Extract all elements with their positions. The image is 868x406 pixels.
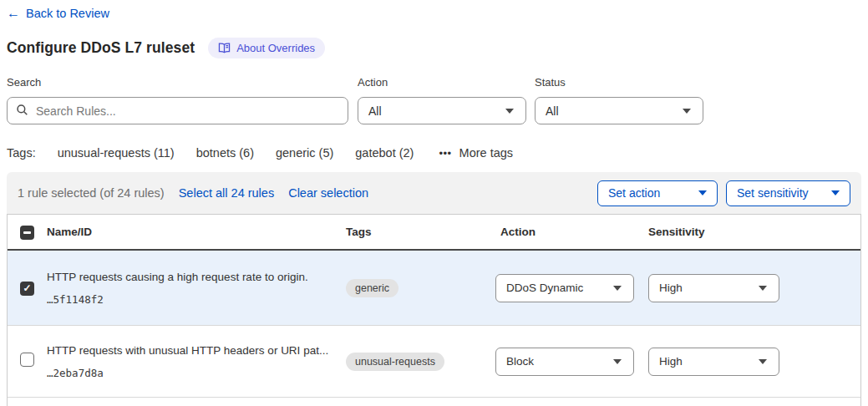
rule-name-cell: HTTP requests causing a high request rat… [47,271,346,306]
row-sensitivity-value: High [659,282,683,294]
page-title: Configure DDoS L7 ruleset [7,39,195,57]
row-checkbox-cell: ✓ [8,280,47,296]
tags-bar: Tags: unusual-requests (11) botnets (6) … [7,146,861,160]
status-filter: Status All [535,76,703,124]
more-tags-label: More tags [459,146,513,160]
set-sensitivity-dropdown[interactable]: Set sensitivity [726,180,850,206]
status-filter-value: All [546,104,559,118]
set-action-dropdown[interactable]: Set action [597,180,718,206]
row-sensitivity-select[interactable]: High [648,348,779,376]
status-filter-label: Status [535,76,703,89]
status-filter-select[interactable]: All [535,97,703,124]
ddos-ruleset-page: ← Back to Review Configure DDoS L7 rules… [0,0,868,406]
about-overrides-button[interactable]: About Overrides [208,38,325,58]
row-action-select[interactable]: DDoS Dynamic [495,274,634,302]
search-input-wrap [7,97,348,124]
table-row-selected: ✓ HTTP requests causing a high request r… [8,251,860,326]
rule-id: …2eba7d8a [47,367,346,379]
rule-tags-cell: unusual-requests [346,353,444,371]
chevron-down-icon [759,286,767,291]
table-row: HTTP requests with unusual HTTP headers … [8,326,860,398]
action-filter: Action All [358,76,526,124]
rules-table: Name/ID Tags Action Sensitivity ✓ HTTP r… [7,214,861,406]
column-header-tags: Tags [346,226,500,238]
search-filter: Search [7,76,348,124]
row-checkbox-checked[interactable]: ✓ [20,282,34,296]
column-header-name-id: Name/ID [47,226,346,238]
search-input[interactable] [7,97,348,124]
action-filter-label: Action [358,76,526,89]
chevron-down-icon [831,190,840,195]
column-header-action: Action [500,226,648,238]
row-sensitivity-select[interactable]: High [648,274,779,302]
chevron-down-icon [613,359,622,364]
chevron-down-icon [505,109,514,114]
chevron-down-icon [683,109,691,114]
rule-action-cell: Block [500,348,648,376]
chevron-down-icon [759,359,767,364]
set-action-label: Set action [608,186,660,200]
column-header-sensitivity: Sensitivity [648,226,860,238]
row-action-select[interactable]: Block [495,348,634,376]
select-all-link[interactable]: Select all 24 rules [179,186,274,200]
selection-bar: 1 rule selected (of 24 rules) Select all… [7,172,861,214]
book-icon [218,43,231,53]
tag-pill: generic [346,279,398,297]
chevron-down-icon [613,286,622,291]
tag-filter-gatebot[interactable]: gatebot (2) [355,146,414,160]
rule-name: HTTP requests causing a high request rat… [47,271,346,283]
more-tags-button[interactable]: ••• More tags [439,146,513,160]
table-header-row: Name/ID Tags Action Sensitivity [8,215,860,251]
selection-summary: 1 rule selected (of 24 rules) [18,186,165,200]
rule-name-cell: HTTP requests with unusual HTTP headers … [47,344,346,379]
select-all-checkbox-indeterminate[interactable] [20,226,34,240]
minus-icon [23,231,31,234]
back-link-label: Back to Review [26,7,109,20]
search-label: Search [7,76,348,89]
filters-row: Search Action All Status All [7,76,861,124]
title-row: Configure DDoS L7 ruleset About Override… [7,38,861,58]
rule-sensitivity-cell: High [648,274,860,302]
rule-tags-cell: generic [346,279,398,297]
about-overrides-label: About Overrides [236,42,315,54]
action-filter-select[interactable]: All [358,97,526,124]
tags-label: Tags: [7,146,36,160]
clear-selection-link[interactable]: Clear selection [288,186,368,200]
row-sensitivity-value: High [659,355,683,368]
search-icon [16,104,28,119]
tag-filter-unusual-requests[interactable]: unusual-requests (11) [58,146,175,160]
check-icon: ✓ [23,283,31,293]
row-checkbox-unchecked[interactable] [20,353,34,367]
action-filter-value: All [368,104,382,118]
set-sensitivity-label: Set sensitivity [737,186,809,200]
rule-sensitivity-cell: High [648,348,860,376]
rule-id: …5f1148f2 [47,293,346,306]
row-action-value: DDoS Dynamic [506,282,583,294]
back-link[interactable]: ← Back to Review [7,7,109,20]
ellipsis-icon: ••• [439,147,451,160]
row-checkbox-cell [8,353,47,370]
rule-name: HTTP requests with unusual HTTP headers … [47,344,346,357]
tag-pill: unusual-requests [346,353,444,371]
chevron-down-icon [698,190,707,195]
tag-filter-generic[interactable]: generic (5) [276,146,333,160]
header-checkbox-cell [8,224,47,240]
row-action-value: Block [506,355,534,368]
rule-action-cell: DDoS Dynamic [500,274,648,302]
tag-filter-botnets[interactable]: botnets (6) [196,146,254,160]
back-arrow-icon: ← [7,7,20,20]
